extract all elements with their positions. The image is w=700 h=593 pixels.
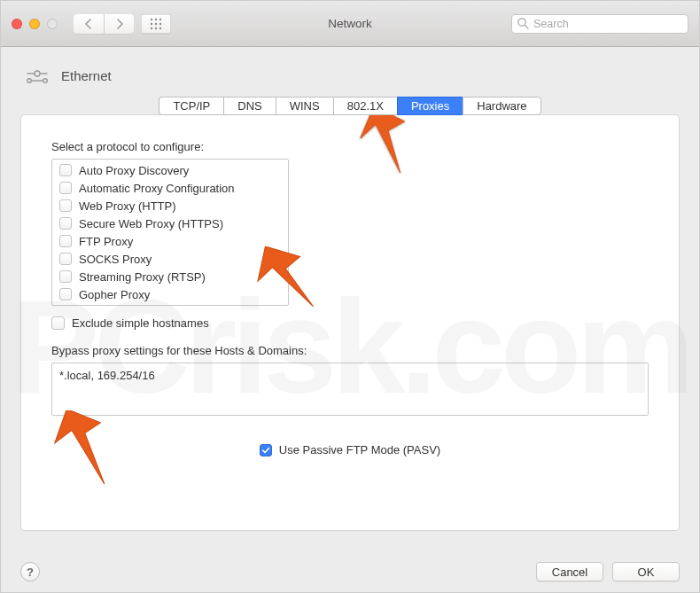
protocol-label: Automatic Proxy Configuration xyxy=(79,182,235,195)
checkbox-icon xyxy=(260,444,272,456)
pane-header: Ethernet xyxy=(24,65,680,86)
proxies-sheet: Select a protocol to configure: Auto Pro… xyxy=(20,114,680,531)
exclude-simple-hostnames[interactable]: Exclude simple hostnames xyxy=(51,316,649,330)
protocol-row[interactable]: Streaming Proxy (RTSP) xyxy=(52,268,288,285)
svg-point-6 xyxy=(151,27,152,28)
nav-back-forward xyxy=(74,14,134,34)
protocol-row[interactable]: Web Proxy (HTTP) xyxy=(52,197,288,215)
svg-point-13 xyxy=(43,79,48,83)
tab-8021x[interactable]: 802.1X xyxy=(333,97,397,115)
toolbar-search xyxy=(511,14,688,34)
tab-tcpip[interactable]: TCP/IP xyxy=(159,97,223,115)
svg-point-12 xyxy=(27,79,32,83)
checkbox-icon xyxy=(59,182,72,194)
checkbox-icon xyxy=(51,316,65,330)
chevron-right-icon xyxy=(115,19,124,29)
search-icon xyxy=(517,17,529,32)
preferences-content: Ethernet TCP/IPDNSWINS802.1XProxiesHardw… xyxy=(1,47,699,593)
chevron-left-icon xyxy=(84,19,93,29)
checkbox-icon xyxy=(59,164,72,176)
exclude-simple-label: Exclude simple hostnames xyxy=(72,316,209,330)
tab-dns[interactable]: DNS xyxy=(223,97,275,115)
protocol-select-label: Select a protocol to configure: xyxy=(51,140,649,153)
zoom-window-button[interactable] xyxy=(47,19,58,29)
tab-proxies[interactable]: Proxies xyxy=(397,97,463,115)
protocol-label: FTP Proxy xyxy=(79,235,133,248)
protocol-label: Gopher Proxy xyxy=(79,288,150,301)
checkbox-icon xyxy=(59,288,72,300)
svg-point-8 xyxy=(159,27,161,28)
forward-button[interactable] xyxy=(104,14,134,34)
checkbox-icon xyxy=(59,199,72,212)
protocol-label: Streaming Proxy (RTSP) xyxy=(79,270,206,284)
grid-icon xyxy=(150,18,162,30)
checkbox-icon xyxy=(59,235,72,247)
svg-point-1 xyxy=(155,18,157,20)
protocol-label: Web Proxy (HTTP) xyxy=(79,199,176,213)
checkbox-icon xyxy=(59,270,72,283)
passive-ftp-label: Use Passive FTP Mode (PASV) xyxy=(279,443,440,456)
dialog-bottom-bar: ? Cancel OK xyxy=(20,562,680,581)
protocol-label: Secure Web Proxy (HTTPS) xyxy=(79,217,223,230)
back-button[interactable] xyxy=(74,14,104,34)
window-traffic-lights xyxy=(12,19,58,29)
svg-line-10 xyxy=(525,25,528,28)
protocol-label: SOCKS Proxy xyxy=(79,253,152,266)
bypass-hosts-field[interactable] xyxy=(51,363,649,416)
svg-point-11 xyxy=(35,71,40,76)
help-button[interactable]: ? xyxy=(20,562,40,581)
minimize-window-button[interactable] xyxy=(29,19,40,29)
svg-point-7 xyxy=(155,27,157,28)
svg-point-4 xyxy=(155,22,157,24)
svg-point-2 xyxy=(159,18,161,20)
interface-name: Ethernet xyxy=(61,68,112,83)
search-input[interactable] xyxy=(511,14,688,34)
cancel-button[interactable]: Cancel xyxy=(536,562,603,581)
protocol-row[interactable]: FTP Proxy xyxy=(52,232,288,250)
close-window-button[interactable] xyxy=(12,19,22,29)
protocol-row[interactable]: SOCKS Proxy xyxy=(52,250,288,268)
ok-button[interactable]: OK xyxy=(612,562,680,581)
settings-tabbar: TCP/IPDNSWINS802.1XProxiesHardware xyxy=(20,97,680,115)
protocol-row[interactable]: Secure Web Proxy (HTTPS) xyxy=(52,215,288,232)
checkbox-icon xyxy=(59,253,72,265)
protocol-label: Auto Proxy Discovery xyxy=(79,164,189,177)
bypass-label: Bypass proxy settings for these Hosts & … xyxy=(51,344,649,357)
ethernet-icon xyxy=(24,65,51,86)
protocol-row[interactable]: Automatic Proxy Configuration xyxy=(52,179,288,197)
show-all-button[interactable] xyxy=(141,14,171,34)
svg-point-5 xyxy=(159,22,161,24)
svg-point-9 xyxy=(518,18,525,25)
tab-hardware[interactable]: Hardware xyxy=(463,97,541,115)
passive-ftp-row[interactable]: Use Passive FTP Mode (PASV) xyxy=(51,443,649,456)
checkbox-icon xyxy=(59,217,72,230)
svg-point-3 xyxy=(151,22,152,24)
window-toolbar: Network xyxy=(1,1,699,47)
protocol-list[interactable]: Auto Proxy DiscoveryAutomatic Proxy Conf… xyxy=(51,159,289,306)
protocol-row[interactable]: Auto Proxy Discovery xyxy=(52,161,288,179)
protocol-row[interactable]: Gopher Proxy xyxy=(52,285,288,303)
tab-wins[interactable]: WINS xyxy=(276,97,333,115)
svg-point-0 xyxy=(151,18,152,20)
